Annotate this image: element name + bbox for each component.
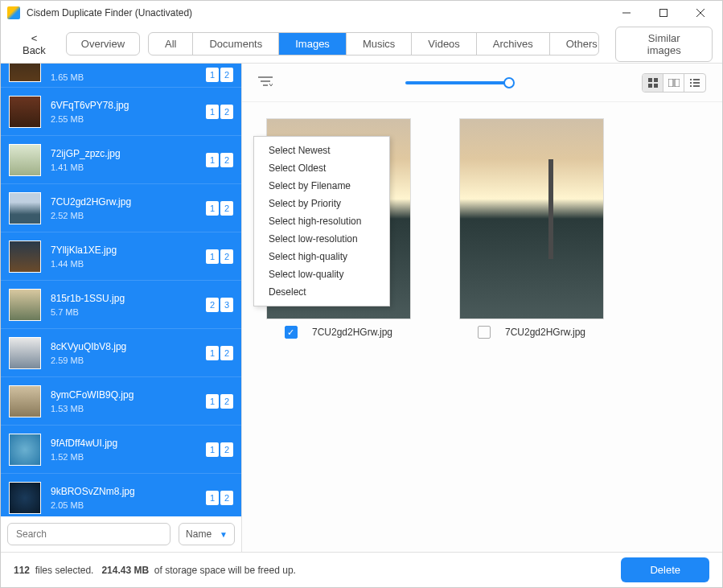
file-name: 8ymCFoWIB9Q.jpg xyxy=(51,389,206,401)
badge: 2 xyxy=(220,249,233,264)
file-size: 1.52 MB xyxy=(51,452,206,462)
menu-item[interactable]: Select low-resolution xyxy=(254,230,389,248)
badge: 2 xyxy=(206,298,219,312)
badge: 2 xyxy=(220,491,233,505)
preview-checkbox[interactable] xyxy=(478,326,491,339)
list-item[interactable]: 8ymCFoWIB9Q.jpg1.53 MB12 xyxy=(1,377,241,426)
file-list[interactable]: 1.65 MB126VFqT6vPY78.jpg2.55 MB1272ijGP_… xyxy=(1,64,241,516)
file-thumbnail xyxy=(9,434,41,466)
file-thumbnail xyxy=(9,385,41,417)
overview-button[interactable]: Overview xyxy=(66,32,140,56)
badge: 1 xyxy=(206,442,219,457)
tab-musics[interactable]: Musics xyxy=(347,33,412,55)
view-list-icon[interactable] xyxy=(684,74,705,92)
file-name: 815r1b-1SSU.jpg xyxy=(51,293,206,304)
menu-item[interactable]: Select high-resolution xyxy=(254,212,389,230)
svg-rect-12 xyxy=(675,79,680,87)
sidebar: 1.65 MB126VFqT6vPY78.jpg2.55 MB1272ijGP_… xyxy=(1,64,242,552)
titlebar: Cisdem Duplicate Finder (Unactivated) xyxy=(1,1,722,25)
tab-all[interactable]: All xyxy=(149,33,193,55)
badge: 1 xyxy=(206,68,219,82)
list-item[interactable]: 9fAfDff4wUI.jpg1.52 MB12 xyxy=(1,426,241,474)
category-tabs: All Documents Images Musics Videos Archi… xyxy=(148,32,599,56)
close-button[interactable] xyxy=(682,1,719,25)
back-button[interactable]: < Back xyxy=(10,27,58,61)
list-item[interactable]: 815r1b-1SSU.jpg5.7 MB23 xyxy=(1,281,241,329)
zoom-slider[interactable] xyxy=(289,81,626,84)
badge: 2 xyxy=(220,201,233,216)
file-size: 1.53 MB xyxy=(51,404,206,413)
duplicate-count-badges: 12 xyxy=(206,153,233,167)
tab-others[interactable]: Others xyxy=(550,33,600,55)
menu-item[interactable]: Select Newest xyxy=(254,142,389,159)
list-item[interactable]: 72ijGP_zpzc.jpg1.41 MB12 xyxy=(1,136,241,184)
file-name: 9fAfDff4wUI.jpg xyxy=(51,438,206,449)
file-size: 1.65 MB xyxy=(51,72,206,82)
file-name: 9kBROSvZNm8.jpg xyxy=(51,486,206,497)
list-item[interactable]: 1.65 MB12 xyxy=(1,64,241,88)
svg-rect-11 xyxy=(668,79,673,87)
badge: 2 xyxy=(220,153,233,167)
duplicate-count-badges: 12 xyxy=(206,249,233,264)
file-thumbnail xyxy=(9,64,41,82)
sort-label: Name xyxy=(186,528,212,540)
selection-context-menu: Select NewestSelect OldestSelect by File… xyxy=(253,136,390,306)
file-thumbnail xyxy=(9,337,41,369)
duplicate-count-badges: 12 xyxy=(206,105,233,119)
svg-rect-14 xyxy=(693,79,700,80)
svg-rect-10 xyxy=(654,84,658,88)
menu-item[interactable]: Select high-quality xyxy=(254,248,389,265)
chevron-down-icon: ▼ xyxy=(220,530,228,539)
main-panel: Select NewestSelect OldestSelect by File… xyxy=(242,64,722,552)
file-size: 2.05 MB xyxy=(51,500,206,510)
list-item[interactable]: 9kBROSvZNm8.jpg2.05 MB12 xyxy=(1,474,241,516)
duplicate-count-badges: 12 xyxy=(206,68,233,82)
sort-dropdown[interactable]: Name ▼ xyxy=(179,523,235,545)
view-grid-icon[interactable] xyxy=(643,74,663,92)
preview-checkbox[interactable] xyxy=(285,326,298,339)
svg-rect-17 xyxy=(690,85,692,87)
tab-images[interactable]: Images xyxy=(279,33,347,55)
list-item[interactable]: 8cKVyuQIbV8.jpg2.59 MB12 xyxy=(1,329,241,377)
list-item[interactable]: 6VFqT6vPY78.jpg2.55 MB12 xyxy=(1,88,241,136)
svg-rect-9 xyxy=(648,84,652,88)
tab-archives[interactable]: Archives xyxy=(477,33,550,55)
view-split-icon[interactable] xyxy=(663,74,684,92)
file-thumbnail xyxy=(9,241,41,273)
duplicate-count-badges: 12 xyxy=(206,201,233,216)
duplicate-count-badges: 23 xyxy=(206,298,233,312)
freed-size: 214.43 MB xyxy=(101,565,149,576)
preview-item[interactable]: 7CU2gd2HGrw.jpg xyxy=(459,118,604,339)
maximize-button[interactable] xyxy=(645,1,682,25)
main-toolbar xyxy=(242,64,722,102)
badge: 1 xyxy=(206,201,219,216)
list-item[interactable]: 7YlljKla1XE.jpg1.44 MB12 xyxy=(1,232,241,281)
tab-documents[interactable]: Documents xyxy=(193,33,279,55)
delete-button[interactable]: Delete xyxy=(621,557,709,582)
file-name: 7YlljKla1XE.jpg xyxy=(51,245,206,256)
duplicate-count-badges: 12 xyxy=(206,442,233,457)
menu-item[interactable]: Select by Priority xyxy=(254,195,389,212)
badge: 1 xyxy=(206,491,219,505)
badge: 2 xyxy=(220,346,233,360)
menu-item[interactable]: Deselect xyxy=(254,283,389,301)
svg-rect-16 xyxy=(693,82,700,84)
minimize-button[interactable] xyxy=(608,1,645,25)
svg-rect-1 xyxy=(660,10,668,17)
file-thumbnail xyxy=(9,96,41,128)
preview-thumbnail xyxy=(459,118,604,319)
tab-videos[interactable]: Videos xyxy=(412,33,477,55)
menu-item[interactable]: Select low-quality xyxy=(254,265,389,283)
app-icon xyxy=(7,6,20,19)
svg-rect-15 xyxy=(690,82,692,84)
search-input[interactable] xyxy=(7,523,170,545)
similar-images-button[interactable]: Similar images xyxy=(615,27,713,62)
duplicate-count-badges: 12 xyxy=(206,491,233,505)
badge: 2 xyxy=(220,68,233,82)
list-item[interactable]: 7CU2gd2HGrw.jpg2.52 MB12 xyxy=(1,184,241,232)
filter-icon[interactable] xyxy=(258,76,273,90)
file-name: 72ijGP_zpzc.jpg xyxy=(51,148,206,159)
preview-filename: 7CU2gd2HGrw.jpg xyxy=(505,327,585,338)
menu-item[interactable]: Select by Filename xyxy=(254,177,389,195)
menu-item[interactable]: Select Oldest xyxy=(254,159,389,177)
